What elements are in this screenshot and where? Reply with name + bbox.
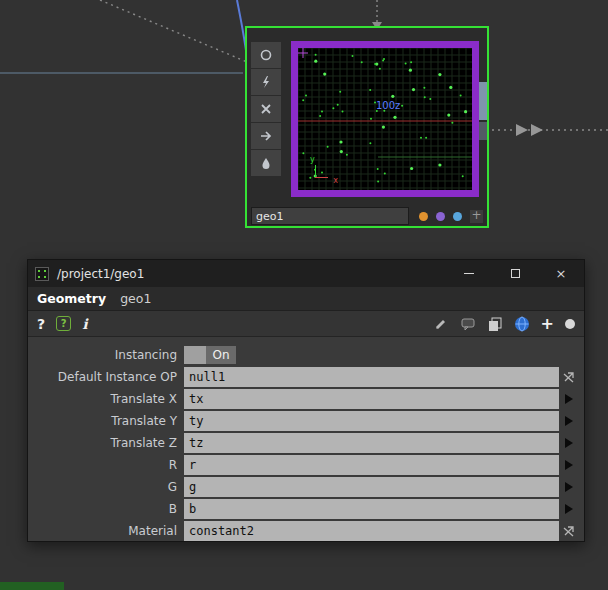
flow-arrow-icon [531, 124, 543, 136]
parameter-label: Instancing [34, 345, 184, 365]
node-viewer-toolbar [251, 42, 281, 177]
add-icon[interactable]: + [541, 314, 554, 333]
axis-y-label: y [310, 155, 315, 164]
param-input-translate-y[interactable] [184, 411, 559, 431]
operator-family: Geometry [37, 291, 106, 306]
parameter-control [184, 477, 578, 497]
help-icon[interactable]: ? [37, 316, 45, 332]
droplet-icon[interactable] [251, 150, 281, 176]
parameter-row: B [34, 499, 578, 519]
parameter-row: Translate Y [34, 411, 578, 431]
maximize-button[interactable] [492, 260, 538, 287]
param-input-b[interactable] [184, 499, 559, 519]
parameter-row: G [34, 477, 578, 497]
minimize-button[interactable] [446, 260, 492, 287]
parameter-toolbar: ? ? i [28, 311, 584, 337]
parameter-row: Translate X [34, 389, 578, 409]
node-namebar: + [251, 206, 487, 226]
parameter-window[interactable]: /project1/geo1 × Geometry geo1 ? ? i [27, 259, 585, 542]
window-titlebar[interactable]: /project1/geo1 × [28, 260, 584, 287]
node-viewer[interactable]: 100z y x [298, 48, 472, 190]
window-title: /project1/geo1 [57, 267, 446, 281]
parameter-control [184, 433, 578, 453]
expand-arrow-icon[interactable] [560, 499, 578, 519]
parameter-label: Translate X [34, 389, 184, 409]
expand-arrow-icon[interactable] [560, 477, 578, 497]
globe-icon[interactable] [514, 316, 530, 332]
operator-name: geo1 [120, 291, 151, 306]
parameter-control: On [184, 345, 578, 365]
node-palette-dots: + [419, 210, 483, 223]
bottom-green-strip [0, 582, 64, 590]
display-ring-icon[interactable] [251, 42, 281, 68]
parameter-control [184, 367, 578, 387]
operator-header: Geometry geo1 [28, 287, 584, 311]
expand-arrow-icon[interactable] [560, 433, 578, 453]
maximize-icon [511, 269, 520, 278]
op-pick-icon[interactable] [560, 367, 578, 387]
parameter-control [184, 455, 578, 475]
edit-pencil-icon[interactable] [433, 316, 449, 332]
param-input-default-instance-op[interactable] [184, 367, 559, 387]
arrow-right-icon[interactable] [251, 123, 281, 149]
expand-arrow-icon[interactable] [560, 455, 578, 475]
python-help-icon[interactable]: ? [56, 316, 71, 331]
close-button[interactable]: × [538, 260, 584, 287]
parameter-control [184, 389, 578, 409]
node-viewer-frame: 100z y x [291, 41, 479, 197]
network-canvas[interactable]: 100z y x + /project1/geo [0, 0, 608, 590]
parameter-label: R [34, 455, 184, 475]
app-icon [35, 267, 49, 281]
parameter-control [184, 521, 578, 541]
parameter-row: Default Instance OP [34, 367, 578, 387]
minimize-icon [464, 273, 474, 274]
parameter-row: Instancing On [34, 345, 578, 365]
pivot-cross-icon [298, 48, 308, 58]
viewer-overlay-label: 100z [376, 100, 400, 111]
parameter-label: Material [34, 521, 184, 541]
expand-arrow-icon[interactable] [560, 389, 578, 409]
axis-x-label: x [333, 176, 338, 185]
parameter-label: Default Instance OP [34, 367, 184, 387]
flow-arrow-icon [516, 124, 528, 136]
parameter-control [184, 499, 578, 519]
palette-dot[interactable] [419, 212, 428, 221]
record-circle-icon[interactable] [565, 319, 575, 329]
parameter-label: Translate Z [34, 433, 184, 453]
parameter-row: R [34, 455, 578, 475]
cook-lightning-icon[interactable] [251, 69, 281, 95]
palette-dot[interactable] [436, 212, 445, 221]
node-name-input[interactable] [251, 207, 409, 225]
add-palette-icon[interactable]: + [470, 210, 483, 223]
close-x-icon[interactable] [251, 96, 281, 122]
param-input-r[interactable] [184, 455, 559, 475]
parameter-label: G [34, 477, 184, 497]
parameter-row: Translate Z [34, 433, 578, 453]
palette-dot[interactable] [453, 212, 462, 221]
comment-icon[interactable] [460, 316, 476, 332]
param-input-material[interactable] [184, 521, 559, 541]
info-icon[interactable]: i [82, 316, 87, 332]
param-input-translate-z[interactable] [184, 433, 559, 453]
parameter-list: Instancing On Default Instance OP Transl… [28, 337, 584, 541]
instancing-toggle[interactable]: On [184, 346, 236, 364]
copy-parameters-icon[interactable] [487, 316, 503, 332]
expand-arrow-icon[interactable] [560, 411, 578, 431]
close-icon: × [556, 266, 567, 281]
parameter-label: Translate Y [34, 411, 184, 431]
parameter-row: Material [34, 521, 578, 541]
geo1-node[interactable]: 100z y x + [245, 26, 489, 228]
parameter-label: B [34, 499, 184, 519]
op-pick-icon[interactable] [560, 521, 578, 541]
param-input-translate-x[interactable] [184, 389, 559, 409]
axis-gizmo: y x [308, 157, 336, 185]
param-input-g[interactable] [184, 477, 559, 497]
parameter-control [184, 411, 578, 431]
